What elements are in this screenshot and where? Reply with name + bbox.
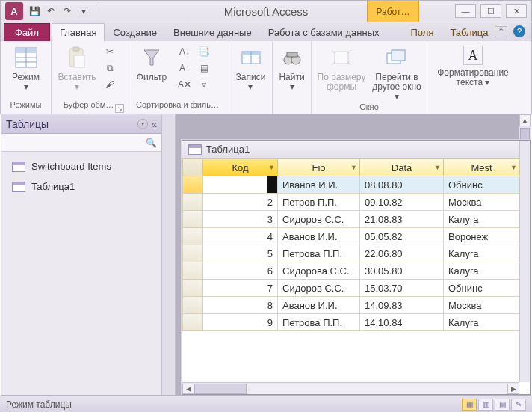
scroll-thumb[interactable] <box>194 384 247 394</box>
column-header-id[interactable]: Код▼ <box>203 159 278 176</box>
cell-fio[interactable]: Сидорова С.С. <box>278 262 360 280</box>
format-painter-icon[interactable]: 🖌 <box>102 77 117 92</box>
tab-database-tools[interactable]: Работа с базами данных <box>260 23 388 41</box>
row-selector[interactable] <box>182 280 203 297</box>
navigation-header[interactable]: Таблицы ▾ « <box>1 114 161 134</box>
table-row[interactable]: 2Петров П.П.09.10.82Москва <box>182 194 530 211</box>
maximize-button[interactable]: ☐ <box>480 4 501 18</box>
view-pivotchart-button[interactable]: ▤ <box>495 399 510 411</box>
nav-collapse-icon[interactable]: « <box>151 118 157 130</box>
cell-id[interactable]: 2 <box>203 194 278 211</box>
cell-mesto[interactable]: Обнинс <box>444 280 520 297</box>
table-row[interactable]: 7Сидоров С.С.15.03.70Обнинс <box>182 280 530 297</box>
cell-mesto[interactable]: Обнинс <box>444 176 520 194</box>
scroll-up-icon[interactable]: ▲ <box>519 114 531 126</box>
row-selector[interactable] <box>182 314 203 331</box>
row-selector[interactable] <box>182 228 203 245</box>
cell-id[interactable]: 5 <box>203 245 278 262</box>
cell-data[interactable]: 14.09.83 <box>360 297 444 314</box>
cell-id[interactable]: 7 <box>203 280 278 297</box>
cut-icon[interactable]: ✂ <box>102 44 117 59</box>
tab-home[interactable]: Главная <box>52 23 105 41</box>
qat-save-icon[interactable]: 💾 <box>28 4 41 18</box>
minimize-button[interactable]: — <box>455 4 476 18</box>
cell-mesto[interactable]: Калуга <box>444 262 520 280</box>
column-header-data[interactable]: Data▼ <box>360 159 444 176</box>
cell-id[interactable]: 3 <box>203 211 278 228</box>
view-pivottable-button[interactable]: ▥ <box>478 399 493 411</box>
sort-desc-icon[interactable]: A↑ <box>177 61 192 76</box>
datasheet-titlebar[interactable]: Таблица1 <box>182 141 530 159</box>
paste-button[interactable]: Вставить▾ <box>56 44 98 92</box>
scroll-left-icon[interactable]: ◀ <box>182 384 194 394</box>
cell-mesto[interactable]: Москва <box>444 194 520 211</box>
cell-fio[interactable]: Петрова П.П. <box>278 245 360 262</box>
tab-file[interactable]: Файл <box>4 23 50 41</box>
chevron-down-icon[interactable]: ▼ <box>510 164 517 171</box>
datasheet-vertical-scrollbar[interactable] <box>519 141 530 382</box>
cell-data[interactable]: 14.10.84 <box>360 314 444 331</box>
cell-fio[interactable]: Иванов И.И. <box>278 176 360 194</box>
cell-mesto[interactable]: Москва <box>444 297 520 314</box>
sort-asc-icon[interactable]: A↓ <box>177 44 192 59</box>
select-all-cell[interactable] <box>182 159 203 176</box>
row-selector[interactable] <box>182 297 203 314</box>
row-selector[interactable] <box>182 211 203 228</box>
copy-icon[interactable]: ⧉ <box>102 61 117 76</box>
cell-data[interactable]: 05.05.82 <box>360 228 444 245</box>
scroll-right-icon[interactable]: ▶ <box>507 384 519 394</box>
remove-sort-icon[interactable]: A✕ <box>177 77 192 92</box>
cell-id[interactable]: 1 <box>203 176 278 194</box>
tab-fields[interactable]: Поля <box>403 23 442 41</box>
nav-dropdown-icon[interactable]: ▾ <box>137 119 148 129</box>
cell-id[interactable]: 8 <box>203 297 278 314</box>
cell-fio[interactable]: Сидоров С.С. <box>278 211 360 228</box>
chevron-down-icon[interactable]: ▼ <box>434 164 441 171</box>
selection-filter-icon[interactable]: 📑 <box>197 44 211 59</box>
table-row[interactable]: 6Сидорова С.С.30.05.80Калуга <box>182 262 530 280</box>
cell-data[interactable]: 09.10.82 <box>360 194 444 211</box>
nav-item-switchboard[interactable]: Switchboard Items <box>4 156 158 176</box>
view-design-button[interactable]: ✎ <box>511 399 526 411</box>
navigation-search[interactable]: 🔍 <box>1 134 161 152</box>
nav-item-table1[interactable]: Таблица1 <box>4 176 158 197</box>
clipboard-dialog-launcher[interactable]: ↘ <box>115 104 124 113</box>
scroll-track[interactable] <box>194 384 507 394</box>
row-selector[interactable] <box>182 194 203 211</box>
cell-data[interactable]: 22.06.80 <box>360 245 444 262</box>
datasheet-horizontal-scrollbar[interactable]: ◀ ▶ <box>182 382 519 394</box>
cell-data[interactable]: 30.05.80 <box>360 262 444 280</box>
table-row[interactable]: 9Петрова П.П.14.10.84Калуга <box>182 314 530 331</box>
cell-mesto[interactable]: Калуга <box>444 211 520 228</box>
table-row[interactable]: 5Петрова П.П.22.06.80Калуга <box>182 245 530 262</box>
text-format-button[interactable]: A Форматирование текста ▾ <box>432 44 514 87</box>
view-datasheet-button[interactable]: ▦ <box>462 399 477 411</box>
row-selector[interactable] <box>182 176 203 194</box>
help-icon[interactable]: ? <box>513 25 525 37</box>
column-header-mesto[interactable]: Mest▼ <box>444 159 520 176</box>
navigation-search-input[interactable] <box>6 138 146 148</box>
cell-id[interactable]: 4 <box>203 228 278 245</box>
fit-form-button[interactable]: По размеру формы <box>316 44 367 92</box>
table-row[interactable]: 8Аванов И.И.14.09.83Москва <box>182 297 530 314</box>
switch-window-button[interactable]: Перейти в другое окно ▾ <box>371 44 422 102</box>
qat-redo-icon[interactable]: ↷ <box>61 4 74 18</box>
cell-id[interactable]: 6 <box>203 262 278 280</box>
advanced-filter-icon[interactable]: ▤ <box>197 61 211 76</box>
tab-create[interactable]: Создание <box>105 23 165 41</box>
shutter-bar[interactable] <box>162 114 176 395</box>
cell-id[interactable]: 9 <box>203 314 278 331</box>
cell-mesto[interactable]: Воронеж <box>444 228 520 245</box>
table-row[interactable]: 4Аванов И.И.05.05.82Воронеж <box>182 228 530 245</box>
tab-external-data[interactable]: Внешние данные <box>165 23 260 41</box>
cell-mesto[interactable]: Калуга <box>444 245 520 262</box>
cell-fio[interactable]: Сидоров С.С. <box>278 280 360 297</box>
filter-button[interactable]: Фильтр <box>131 44 173 82</box>
qat-customize-icon[interactable]: ▾ <box>77 4 90 18</box>
table-row[interactable]: 3Сидоров С.С.21.08.83Калуга <box>182 211 530 228</box>
cell-fio[interactable]: Аванов И.И. <box>278 297 360 314</box>
chevron-down-icon[interactable]: ▼ <box>350 164 357 171</box>
tab-table[interactable]: Таблица <box>442 23 496 41</box>
table-row[interactable]: 1Иванов И.И.08.08.80Обнинс <box>182 176 530 194</box>
cell-fio[interactable]: Петров П.П. <box>278 194 360 211</box>
